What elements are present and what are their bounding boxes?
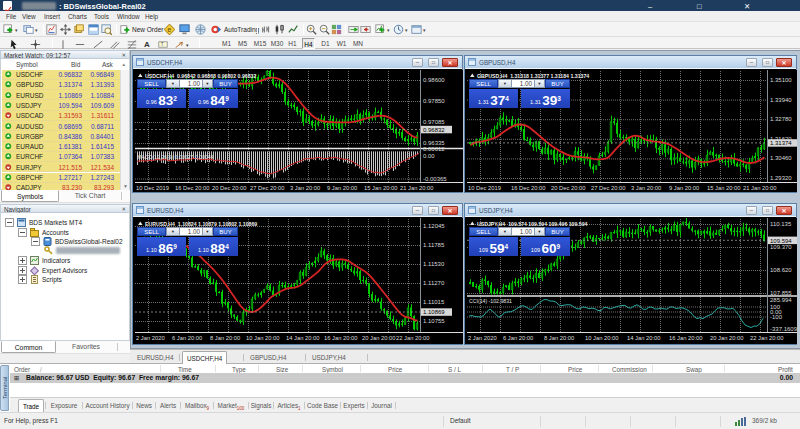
svg-text:16 Jan 20:00: 16 Jan 20:00 <box>324 335 358 341</box>
svg-text:10 Jan 20:00: 10 Jan 20:00 <box>585 335 619 341</box>
svg-text:16 Dec 20:00: 16 Dec 20:00 <box>511 185 545 191</box>
svg-text:9 Jan 20:00: 9 Jan 20:00 <box>327 185 357 191</box>
svg-text:110.135: 110.135 <box>770 221 792 227</box>
svg-text:1.11270: 1.11270 <box>423 280 445 286</box>
svg-text:CCI(14) -102.9831: CCI(14) -102.9831 <box>469 298 512 304</box>
svg-text:6 Jan 20:00: 6 Jan 20:00 <box>503 335 533 341</box>
svg-text:20 Dec 20:00: 20 Dec 20:00 <box>551 185 585 191</box>
svg-text:20 Jan 20:00: 20 Jan 20:00 <box>710 335 744 341</box>
svg-text:109.370: 109.370 <box>770 244 792 250</box>
svg-text:1.35100: 1.35100 <box>770 77 792 83</box>
svg-text:MACD(12,26,9) 0.00027 0.00044: MACD(12,26,9) 0.00027 0.00044 <box>137 154 214 160</box>
svg-text:0.98600: 0.98600 <box>423 77 445 83</box>
svg-text:20 Jan 20:00: 20 Jan 20:00 <box>362 335 396 341</box>
svg-text:14 Jan 20:00: 14 Jan 20:00 <box>627 335 661 341</box>
svg-text:0.00: 0.00 <box>423 153 435 159</box>
svg-text:27 Dec 20:00: 27 Dec 20:00 <box>591 185 625 191</box>
svg-text:e: e <box>167 26 171 33</box>
svg-text:0.96832: 0.96832 <box>423 127 445 133</box>
svg-text:14 Jan 20:00: 14 Jan 20:00 <box>286 335 320 341</box>
svg-text:8 Jan 20:00: 8 Jan 20:00 <box>210 335 240 341</box>
svg-text:0.97850: 0.97850 <box>423 98 445 104</box>
svg-text:8 Jan 20:00: 8 Jan 20:00 <box>544 335 574 341</box>
svg-text:285.994: 285.994 <box>770 297 792 303</box>
svg-text:2 Jan 2020: 2 Jan 2020 <box>136 335 165 341</box>
svg-text:107.855: 107.855 <box>770 290 792 296</box>
svg-text:108.620: 108.620 <box>770 267 792 273</box>
svg-text:21 Jan 20:00: 21 Jan 20:00 <box>743 185 777 191</box>
svg-text:-100: -100 <box>770 314 783 320</box>
svg-text:22 Jan 20:00: 22 Jan 20:00 <box>750 335 784 341</box>
svg-text:0.97085: 0.97085 <box>423 119 445 125</box>
svg-text:10 Jan 20:00: 10 Jan 20:00 <box>246 335 280 341</box>
svg-text:T: T <box>161 42 164 47</box>
svg-text:3 Jan 20:00: 3 Jan 20:00 <box>290 185 320 191</box>
svg-text:109.594: 109.594 <box>770 238 792 244</box>
svg-text:9 Jan 20:00: 9 Jan 20:00 <box>669 185 699 191</box>
svg-text:1.11530: 1.11530 <box>423 261 445 267</box>
svg-text:15 Jan 20:00: 15 Jan 20:00 <box>707 185 741 191</box>
svg-text:15 Jan 20:00: 15 Jan 20:00 <box>364 185 398 191</box>
svg-text:1.10755: 1.10755 <box>423 318 445 324</box>
svg-text:1.29320: 1.29320 <box>770 175 792 181</box>
svg-text:6 Jan 20:00: 6 Jan 20:00 <box>172 335 202 341</box>
svg-text:20 Dec 20:00: 20 Dec 20:00 <box>212 185 246 191</box>
svg-text:2 Jan 2020: 2 Jan 2020 <box>468 335 497 341</box>
svg-text:1.32780: 1.32780 <box>770 116 792 122</box>
svg-text:16 Jan 20:00: 16 Jan 20:00 <box>669 335 703 341</box>
svg-text:1.12045: 1.12045 <box>423 223 445 229</box>
svg-text:21 Jan 20:00: 21 Jan 20:00 <box>400 185 434 191</box>
svg-text:3 Jan 20:00: 3 Jan 20:00 <box>631 185 661 191</box>
svg-text:-337.1609: -337.1609 <box>770 326 797 332</box>
svg-text:16 Dec 20:00: 16 Dec 20:00 <box>175 185 209 191</box>
svg-text:22 Jan 20:00: 22 Jan 20:00 <box>396 335 430 341</box>
svg-text:1.30460: 1.30460 <box>770 155 792 161</box>
svg-text:10 Dec 2019: 10 Dec 2019 <box>468 185 501 191</box>
svg-text:1.11015: 1.11015 <box>423 299 445 305</box>
svg-text:27 Dec 20:00: 27 Dec 20:00 <box>250 185 284 191</box>
svg-text:0.00012: 0.00012 <box>423 146 445 152</box>
svg-text:1.11785: 1.11785 <box>423 242 445 248</box>
svg-text:-0.00365: -0.00365 <box>423 176 447 182</box>
svg-text:1.10869: 1.10869 <box>423 309 445 315</box>
svg-text:10 Dec 2019: 10 Dec 2019 <box>136 185 169 191</box>
svg-text:1.31374: 1.31374 <box>770 140 792 146</box>
svg-text:1.33940: 1.33940 <box>770 97 792 103</box>
